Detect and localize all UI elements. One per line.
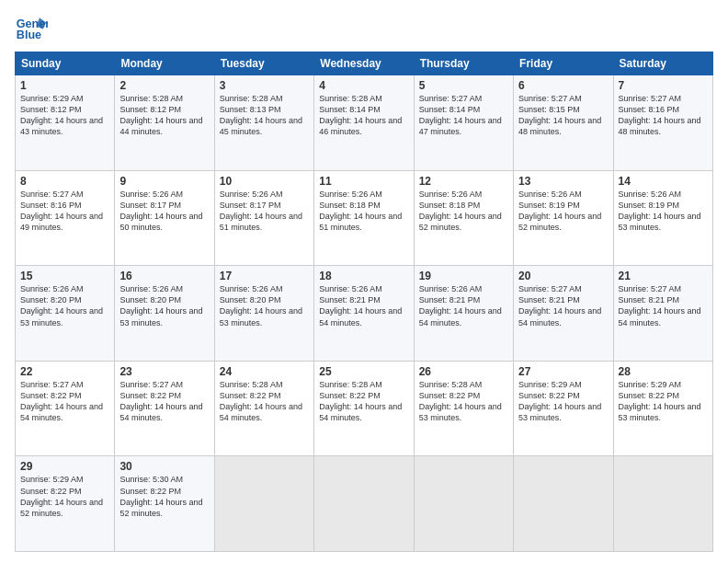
day-cell: 22 Sunrise: 5:27 AMSunset: 8:22 PMDaylig… <box>16 361 115 456</box>
col-monday: Monday <box>115 52 214 75</box>
day-info: Sunrise: 5:26 AMSunset: 8:20 PMDaylight:… <box>220 284 302 327</box>
day-number: 26 <box>419 365 508 378</box>
col-sunday: Sunday <box>16 52 115 75</box>
col-thursday: Thursday <box>414 52 513 75</box>
day-info: Sunrise: 5:27 AMSunset: 8:21 PMDaylight:… <box>518 284 601 327</box>
day-info: Sunrise: 5:26 AMSunset: 8:19 PMDaylight:… <box>619 190 701 232</box>
day-cell: 20 Sunrise: 5:27 AMSunset: 8:21 PMDaylig… <box>514 266 613 362</box>
day-info: Sunrise: 5:27 AMSunset: 8:22 PMDaylight:… <box>20 380 103 422</box>
day-number: 3 <box>220 79 309 92</box>
day-cell: 10 Sunrise: 5:26 AMSunset: 8:17 PMDaylig… <box>214 170 313 266</box>
day-info: Sunrise: 5:28 AMSunset: 8:22 PMDaylight:… <box>319 380 402 422</box>
day-number: 7 <box>619 79 708 92</box>
day-info: Sunrise: 5:29 AMSunset: 8:22 PMDaylight:… <box>20 475 103 517</box>
week-row-5: 29 Sunrise: 5:29 AMSunset: 8:22 PMDaylig… <box>16 456 713 552</box>
day-info: Sunrise: 5:28 AMSunset: 8:12 PMDaylight:… <box>119 94 202 136</box>
day-number: 23 <box>119 365 209 378</box>
day-cell: 28 Sunrise: 5:29 AMSunset: 8:22 PMDaylig… <box>613 361 712 456</box>
day-info: Sunrise: 5:28 AMSunset: 8:22 PMDaylight:… <box>220 380 302 422</box>
day-info: Sunrise: 5:26 AMSunset: 8:19 PMDaylight:… <box>518 190 601 232</box>
header-row: Sunday Monday Tuesday Wednesday Thursday… <box>16 52 713 75</box>
day-number: 20 <box>518 270 608 282</box>
page: General Blue Sunday Monday Tuesday Wedne… <box>0 0 728 563</box>
header: General Blue <box>15 11 713 44</box>
col-wednesday: Wednesday <box>314 52 414 75</box>
day-number: 15 <box>20 270 109 282</box>
day-info: Sunrise: 5:27 AMSunset: 8:16 PMDaylight:… <box>619 94 701 136</box>
col-tuesday: Tuesday <box>214 52 313 75</box>
day-cell <box>214 456 313 552</box>
day-number: 30 <box>119 460 209 473</box>
svg-text:Blue: Blue <box>17 29 41 41</box>
day-cell <box>613 456 712 552</box>
day-number: 17 <box>220 270 309 282</box>
day-cell: 12 Sunrise: 5:26 AMSunset: 8:18 PMDaylig… <box>414 170 513 266</box>
col-saturday: Saturday <box>613 52 712 75</box>
day-number: 18 <box>319 270 408 282</box>
day-info: Sunrise: 5:26 AMSunset: 8:18 PMDaylight:… <box>319 190 402 232</box>
day-info: Sunrise: 5:27 AMSunset: 8:16 PMDaylight:… <box>20 190 103 232</box>
day-cell: 13 Sunrise: 5:26 AMSunset: 8:19 PMDaylig… <box>514 170 613 266</box>
day-number: 16 <box>119 270 209 282</box>
day-cell: 19 Sunrise: 5:26 AMSunset: 8:21 PMDaylig… <box>414 266 513 362</box>
day-info: Sunrise: 5:29 AMSunset: 8:22 PMDaylight:… <box>518 380 601 422</box>
day-number: 22 <box>20 365 109 378</box>
day-info: Sunrise: 5:26 AMSunset: 8:17 PMDaylight:… <box>220 190 302 232</box>
day-number: 5 <box>419 79 508 92</box>
day-cell: 5 Sunrise: 5:27 AMSunset: 8:14 PMDayligh… <box>414 75 513 171</box>
day-cell: 9 Sunrise: 5:26 AMSunset: 8:17 PMDayligh… <box>115 170 214 266</box>
day-cell: 2 Sunrise: 5:28 AMSunset: 8:12 PMDayligh… <box>115 75 214 171</box>
day-info: Sunrise: 5:27 AMSunset: 8:22 PMDaylight:… <box>119 380 202 422</box>
week-row-3: 15 Sunrise: 5:26 AMSunset: 8:20 PMDaylig… <box>16 266 713 362</box>
day-number: 9 <box>119 175 209 188</box>
day-number: 6 <box>518 79 608 92</box>
day-cell: 6 Sunrise: 5:27 AMSunset: 8:15 PMDayligh… <box>514 75 613 171</box>
day-number: 29 <box>20 460 109 473</box>
day-info: Sunrise: 5:26 AMSunset: 8:20 PMDaylight:… <box>20 284 103 327</box>
day-cell: 15 Sunrise: 5:26 AMSunset: 8:20 PMDaylig… <box>16 266 115 362</box>
week-row-4: 22 Sunrise: 5:27 AMSunset: 8:22 PMDaylig… <box>16 361 713 456</box>
logo: General Blue <box>15 11 51 44</box>
day-number: 14 <box>619 175 708 188</box>
logo-icon: General Blue <box>15 11 48 44</box>
day-cell: 3 Sunrise: 5:28 AMSunset: 8:13 PMDayligh… <box>214 75 313 171</box>
day-cell: 29 Sunrise: 5:29 AMSunset: 8:22 PMDaylig… <box>16 456 115 552</box>
day-info: Sunrise: 5:27 AMSunset: 8:15 PMDaylight:… <box>518 94 601 136</box>
day-number: 24 <box>220 365 309 378</box>
day-cell: 24 Sunrise: 5:28 AMSunset: 8:22 PMDaylig… <box>214 361 313 456</box>
day-number: 25 <box>319 365 408 378</box>
day-cell: 18 Sunrise: 5:26 AMSunset: 8:21 PMDaylig… <box>314 266 414 362</box>
day-number: 13 <box>518 175 608 188</box>
day-info: Sunrise: 5:28 AMSunset: 8:14 PMDaylight:… <box>319 94 402 136</box>
col-friday: Friday <box>514 52 613 75</box>
day-number: 11 <box>319 175 408 188</box>
day-cell <box>514 456 613 552</box>
day-info: Sunrise: 5:29 AMSunset: 8:12 PMDaylight:… <box>20 94 103 136</box>
day-info: Sunrise: 5:27 AMSunset: 8:14 PMDaylight:… <box>419 94 502 136</box>
day-number: 10 <box>220 175 309 188</box>
day-info: Sunrise: 5:26 AMSunset: 8:20 PMDaylight:… <box>119 284 202 327</box>
day-info: Sunrise: 5:30 AMSunset: 8:22 PMDaylight:… <box>119 475 202 517</box>
day-number: 4 <box>319 79 408 92</box>
day-cell: 27 Sunrise: 5:29 AMSunset: 8:22 PMDaylig… <box>514 361 613 456</box>
day-number: 8 <box>20 175 109 188</box>
day-info: Sunrise: 5:29 AMSunset: 8:22 PMDaylight:… <box>619 380 701 422</box>
week-row-2: 8 Sunrise: 5:27 AMSunset: 8:16 PMDayligh… <box>16 170 713 266</box>
day-cell <box>314 456 414 552</box>
day-info: Sunrise: 5:26 AMSunset: 8:21 PMDaylight:… <box>319 284 402 327</box>
day-number: 2 <box>119 79 209 92</box>
calendar-table: Sunday Monday Tuesday Wednesday Thursday… <box>15 52 713 552</box>
day-info: Sunrise: 5:26 AMSunset: 8:21 PMDaylight:… <box>419 284 502 327</box>
day-number: 12 <box>419 175 508 188</box>
day-cell: 21 Sunrise: 5:27 AMSunset: 8:21 PMDaylig… <box>613 266 712 362</box>
day-cell: 25 Sunrise: 5:28 AMSunset: 8:22 PMDaylig… <box>314 361 414 456</box>
day-cell: 17 Sunrise: 5:26 AMSunset: 8:20 PMDaylig… <box>214 266 313 362</box>
day-number: 19 <box>419 270 508 282</box>
day-cell: 26 Sunrise: 5:28 AMSunset: 8:22 PMDaylig… <box>414 361 513 456</box>
week-row-1: 1 Sunrise: 5:29 AMSunset: 8:12 PMDayligh… <box>16 75 713 171</box>
day-number: 27 <box>518 365 608 378</box>
day-cell: 11 Sunrise: 5:26 AMSunset: 8:18 PMDaylig… <box>314 170 414 266</box>
day-cell: 16 Sunrise: 5:26 AMSunset: 8:20 PMDaylig… <box>115 266 214 362</box>
day-cell: 7 Sunrise: 5:27 AMSunset: 8:16 PMDayligh… <box>613 75 712 171</box>
day-info: Sunrise: 5:27 AMSunset: 8:21 PMDaylight:… <box>619 284 701 327</box>
